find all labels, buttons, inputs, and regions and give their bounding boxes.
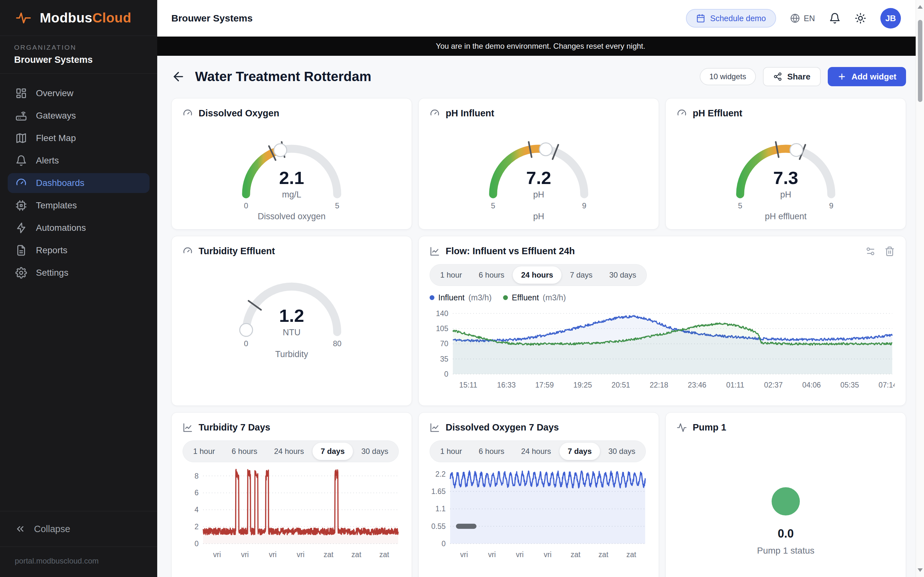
time-range-7-days[interactable]: 7 days (561, 266, 601, 284)
sidebar-item-dashboards[interactable]: Dashboards (8, 173, 150, 193)
notifications-bell-icon[interactable] (829, 13, 841, 24)
svg-text:5: 5 (738, 201, 742, 210)
sidebar-item-alerts[interactable]: Alerts (8, 151, 150, 171)
widget-card-dissolved-oxygen-7days: Dissolved Oxygen 7 Days1 hour6 hours24 h… (418, 412, 659, 577)
language-selector[interactable]: EN (790, 13, 815, 23)
chip-icon (15, 200, 27, 211)
time-range-30-days[interactable]: 30 days (600, 443, 644, 460)
sidebar-item-overview[interactable]: Overview (8, 83, 150, 103)
sidebar-nav: OverviewGatewaysFleet MapAlertsDashboard… (0, 74, 157, 511)
gauge-icon (15, 177, 27, 189)
time-range-24-hours[interactable]: 24 hours (266, 443, 312, 460)
time-range-6-hours[interactable]: 6 hours (223, 443, 266, 460)
demo-environment-banner: You are in the demo environment. Changes… (157, 37, 924, 56)
user-avatar[interactable]: JB (880, 8, 901, 29)
time-range-7-days[interactable]: 7 days (312, 443, 353, 460)
gauge-ph-effluent: 7.3pH59 (710, 121, 861, 210)
time-range-6-hours[interactable]: 6 hours (470, 443, 513, 460)
svg-text:pH: pH (780, 190, 792, 199)
time-range-30-days[interactable]: 30 days (353, 443, 397, 460)
svg-text:vri: vri (544, 550, 551, 559)
brand-name: ModbusCloud (40, 10, 131, 26)
time-range-selector: 1 hour6 hours24 hours7 days30 days (430, 264, 647, 286)
main-area: Brouwer Systems Schedule demo EN (157, 0, 924, 577)
svg-text:pH: pH (533, 190, 544, 199)
svg-text:0: 0 (441, 540, 446, 548)
collapse-button[interactable]: Collapse (0, 511, 157, 547)
bolt-icon (15, 222, 27, 234)
time-range-1-hour[interactable]: 1 hour (185, 443, 223, 460)
svg-text:7.2: 7.2 (526, 168, 551, 188)
svg-text:4: 4 (194, 506, 199, 514)
sidebar: ModbusCloud ORGANIZATION Brouwer Systems… (0, 0, 157, 577)
svg-text:zat: zat (598, 550, 608, 559)
gauge-icon (183, 108, 193, 119)
svg-text:0: 0 (244, 339, 248, 348)
share-button[interactable]: Share (763, 67, 821, 86)
sliders-icon (865, 246, 876, 256)
legend-item-effluent: Effluent(m3/h) (503, 293, 566, 302)
svg-text:NTU: NTU (283, 327, 300, 337)
sidebar-item-automations[interactable]: Automations (8, 218, 150, 238)
back-arrow-icon[interactable] (171, 69, 186, 84)
sidebar-item-gateways[interactable]: Gateways (8, 106, 150, 126)
scrollbar-up-arrow[interactable] (918, 5, 923, 9)
widget-title: pH Influent (446, 108, 494, 119)
grid-icon (15, 87, 27, 99)
chart-icon (183, 422, 193, 433)
svg-text:6: 6 (194, 488, 199, 497)
topbar-actions: Schedule demo EN JB (686, 8, 901, 29)
widget-grid: Dissolved Oxygen2.1mg/L05Dissolved oxyge… (171, 98, 906, 577)
widget-title: pH Effluent (693, 108, 742, 119)
svg-text:19:25: 19:25 (573, 381, 592, 389)
svg-text:70: 70 (440, 340, 449, 348)
svg-text:0: 0 (194, 540, 199, 548)
widget-card-pump-1: Pump 1 0.0 Pump 1 status (666, 412, 906, 577)
widgets-count-badge: 10 widgets (700, 68, 756, 85)
schedule-demo-button[interactable]: Schedule demo (686, 9, 776, 27)
svg-text:2: 2 (194, 522, 199, 531)
add-widget-button[interactable]: Add widget (828, 67, 906, 86)
pulse-logo-icon (13, 10, 33, 26)
theme-toggle-sun-icon[interactable] (855, 13, 866, 24)
svg-text:22:18: 22:18 (650, 381, 668, 389)
calendar-icon (696, 14, 705, 23)
svg-text:140: 140 (436, 309, 449, 318)
pump-card-title: Pump 1 (693, 422, 726, 433)
time-range-7-days[interactable]: 7 days (559, 443, 600, 460)
sidebar-item-reports[interactable]: Reports (8, 240, 150, 260)
chart-plot-do7d: 00.551.11.652.2vrivrivrivrizatzatzat (430, 466, 648, 562)
svg-text:05:35: 05:35 (840, 381, 859, 389)
scrollbar-down-arrow[interactable] (918, 568, 923, 572)
map-icon (15, 132, 27, 144)
widget-card-turbidity-effluent: Turbidity Effluent1.2NTU080Turbidity (171, 236, 412, 406)
brand-logo[interactable]: ModbusCloud (0, 0, 157, 36)
sidebar-item-templates[interactable]: Templates (8, 195, 150, 215)
time-range-30-days[interactable]: 30 days (601, 266, 645, 284)
widget-title: Turbidity 7 Days (199, 422, 270, 433)
sidebar-item-label: Settings (36, 268, 68, 278)
svg-text:2.1: 2.1 (279, 168, 304, 188)
time-range-24-hours[interactable]: 24 hours (513, 266, 561, 284)
legend-dot (503, 295, 508, 300)
time-range-1-hour[interactable]: 1 hour (432, 443, 470, 460)
page-title: Water Treatment Rotterdam (195, 69, 371, 84)
sidebar-item-label: Automations (36, 223, 86, 233)
gauge-dissolved-oxygen: 2.1mg/L05 (216, 121, 367, 210)
sidebar-item-settings[interactable]: Settings (8, 263, 150, 283)
time-range-24-hours[interactable]: 24 hours (513, 443, 559, 460)
svg-text:17:59: 17:59 (535, 381, 554, 389)
sidebar-item-label: Overview (36, 88, 73, 98)
topbar-title: Brouwer Systems (171, 13, 252, 24)
widget-title: Turbidity Effluent (199, 246, 275, 256)
scrollbar-thumb[interactable] (918, 20, 922, 102)
gauge-turbidity-effluent: 1.2NTU080 (216, 259, 367, 348)
sidebar-item-fleet-map[interactable]: Fleet Map (8, 128, 150, 148)
time-range-1-hour[interactable]: 1 hour (432, 266, 470, 284)
time-range-6-hours[interactable]: 6 hours (470, 266, 513, 284)
window-scrollbar[interactable] (916, 0, 924, 577)
svg-text:15:11: 15:11 (459, 381, 477, 389)
bell-icon (15, 155, 27, 166)
svg-text:5: 5 (491, 201, 495, 210)
legend-dot (430, 295, 435, 300)
